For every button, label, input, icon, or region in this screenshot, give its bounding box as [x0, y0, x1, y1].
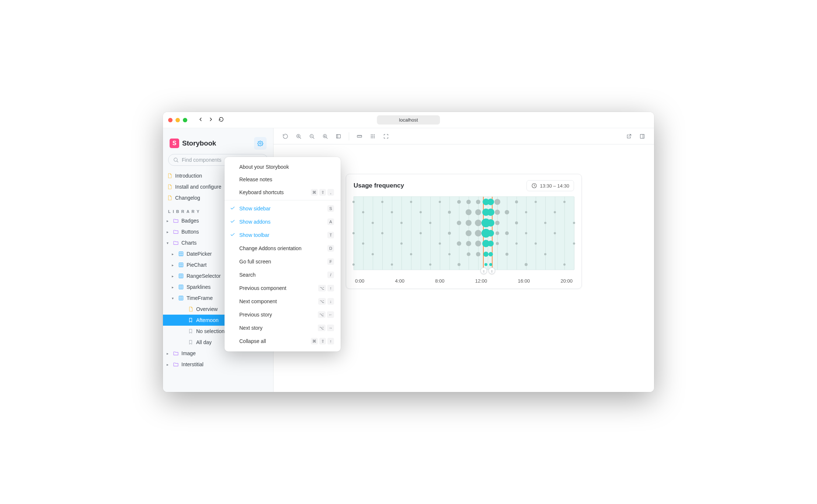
x-tick: 16:00 — [518, 278, 530, 284]
shortcut-keys: S — [327, 205, 334, 212]
selection-handle-left[interactable]: || — [480, 267, 487, 274]
selection-handle-right[interactable]: || — [489, 267, 495, 274]
popover-item[interactable]: Next story⌥→ — [225, 321, 341, 335]
doc-icon — [167, 173, 173, 179]
data-point — [487, 199, 494, 205]
svg-rect-10 — [337, 134, 341, 138]
shortcut-keys: ⌥← — [318, 311, 334, 318]
shortcut-keys: ⌘⇧, — [311, 189, 334, 196]
popover-item[interactable]: Search/ — [225, 268, 341, 281]
popover-item[interactable]: Go full screenF — [225, 255, 341, 268]
data-point — [484, 263, 487, 266]
data-point — [487, 219, 494, 227]
nav-reload-button[interactable] — [218, 116, 224, 124]
folder-icon — [173, 361, 179, 367]
svg-point-20 — [372, 137, 373, 138]
data-point — [489, 263, 492, 266]
svg-point-15 — [374, 134, 374, 135]
data-point — [381, 201, 383, 203]
story-icon — [188, 317, 194, 323]
window-close-button[interactable] — [168, 118, 173, 122]
data-point — [525, 263, 528, 266]
zoom-reset-button[interactable] — [319, 130, 331, 142]
data-point — [563, 201, 566, 203]
zoom-in-button[interactable] — [293, 130, 305, 142]
story-icon — [188, 328, 194, 334]
chevron-right-icon: ▸ — [172, 274, 175, 278]
ruler-button[interactable] — [354, 130, 365, 142]
popover-item[interactable]: About your Storybook — [225, 161, 341, 173]
svg-point-16 — [371, 136, 371, 136]
nav-back-button[interactable] — [198, 116, 204, 124]
shortcut-keys: T — [327, 232, 334, 238]
window-zoom-button[interactable] — [183, 118, 187, 122]
popover-item[interactable]: Next component⌥↓ — [225, 295, 341, 308]
grid-button[interactable] — [367, 130, 379, 142]
gridline — [517, 197, 517, 270]
brand: S Storybook — [170, 139, 216, 148]
tree-item[interactable]: ▸Interstitial — [163, 359, 273, 370]
story-icon — [188, 339, 194, 345]
data-point — [439, 201, 441, 203]
gridline — [545, 197, 546, 270]
doc-icon — [188, 306, 194, 312]
check-icon — [230, 205, 236, 212]
doc-icon — [167, 195, 173, 201]
data-point — [352, 263, 355, 266]
data-point — [563, 263, 566, 266]
data-point — [475, 241, 481, 246]
gear-icon — [257, 140, 263, 146]
x-tick: 20:00 — [560, 278, 573, 284]
outline-button[interactable] — [380, 130, 392, 142]
time-range-pill[interactable]: 13:30 – 14:30 — [526, 180, 574, 191]
popover-item[interactable]: Change Addons orientationD — [225, 242, 341, 255]
popover-item[interactable]: Release notes — [225, 173, 341, 186]
shortcut-keys: A — [327, 218, 334, 225]
gridline — [373, 197, 373, 270]
shortcut-keys: ⌥↓ — [318, 298, 334, 305]
data-point — [488, 241, 494, 246]
popover-item[interactable]: Previous component⌥↑ — [225, 281, 341, 295]
svg-point-14 — [372, 134, 373, 135]
data-point — [467, 252, 470, 256]
browser-titlebar: localhost — [163, 112, 654, 128]
component-icon — [178, 295, 184, 301]
toggle-addon-panel-button[interactable] — [636, 130, 648, 142]
settings-button[interactable] — [254, 137, 267, 150]
gridline — [411, 197, 411, 270]
data-point — [535, 201, 537, 203]
data-point — [544, 253, 546, 255]
search-icon — [173, 157, 179, 163]
data-point — [420, 232, 422, 234]
gridline — [564, 197, 565, 270]
popover-item[interactable]: Show sidebarS — [225, 202, 341, 215]
usage-frequency-card: Usage frequency 13:30 – 14:30 |||| 0:004… — [346, 174, 582, 289]
data-point — [475, 209, 481, 215]
data-point — [525, 211, 527, 213]
nav-forward-button[interactable] — [208, 116, 214, 124]
gridline — [392, 197, 392, 270]
refresh-button[interactable] — [279, 130, 291, 142]
data-point — [494, 199, 500, 205]
popover-item[interactable]: Collapse all⌘⇧↑ — [225, 335, 341, 348]
chevron-down-icon: ▾ — [167, 241, 170, 245]
brand-name: Storybook — [182, 139, 216, 147]
popover-item[interactable]: Keyboard shortcuts⌘⇧, — [225, 186, 341, 200]
window-minimize-button[interactable] — [175, 118, 180, 122]
toolbar-separator — [349, 132, 349, 140]
popover-item[interactable]: Show addonsA — [225, 215, 341, 228]
zoom-out-button[interactable] — [306, 130, 318, 142]
data-point — [525, 232, 527, 234]
open-new-tab-button[interactable] — [623, 130, 635, 142]
url-bar[interactable]: localhost — [377, 115, 440, 125]
search-placeholder: Find components — [182, 157, 221, 163]
popover-item[interactable]: Show toolbarT — [225, 228, 341, 242]
data-point — [554, 211, 556, 213]
folder-icon — [173, 229, 179, 235]
viewport-button[interactable] — [333, 130, 344, 142]
folder-icon — [173, 350, 179, 356]
svg-rect-11 — [337, 134, 338, 138]
popover-item[interactable]: Previous story⌥← — [225, 308, 341, 321]
traffic-lights — [168, 118, 187, 122]
check-icon — [230, 232, 236, 239]
